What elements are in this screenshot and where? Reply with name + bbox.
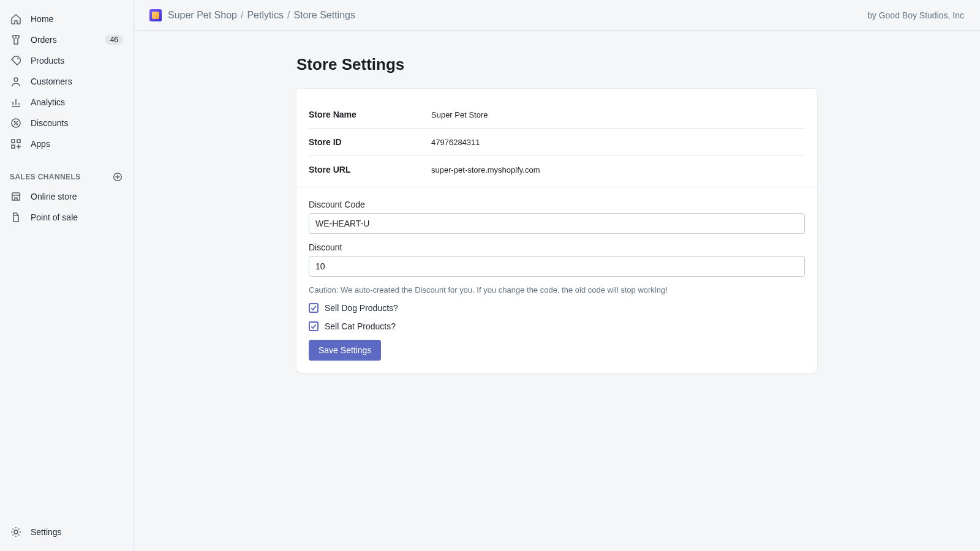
store-url-label: Store URL	[309, 165, 431, 174]
discount-amount-input[interactable]	[309, 256, 805, 277]
orders-icon	[10, 34, 22, 46]
sell-dog-label: Sell Dog Products?	[325, 303, 398, 313]
sidebar-item-discounts[interactable]: Discounts	[5, 113, 128, 133]
discount-code-group: Discount Code	[309, 200, 805, 234]
sell-cat-checkbox[interactable]	[309, 321, 318, 331]
sidebar-item-label: Home	[31, 14, 123, 24]
breadcrumb-page[interactable]: Store Settings	[293, 10, 355, 21]
store-id-row: Store ID 47976284311	[309, 129, 805, 156]
products-icon	[10, 54, 22, 67]
store-id-label: Store ID	[309, 137, 431, 147]
apps-icon	[10, 138, 22, 150]
sidebar-item-apps[interactable]: Apps	[5, 133, 128, 154]
discount-amount-group: Discount	[309, 242, 805, 277]
svg-point-4	[17, 124, 18, 125]
analytics-icon	[10, 96, 22, 108]
store-name-value: Super Pet Store	[431, 110, 488, 119]
store-url-row: Store URL super-pet-store.myshopify.com	[309, 156, 805, 183]
svg-point-3	[14, 121, 15, 122]
sidebar-item-analytics[interactable]: Analytics	[5, 92, 128, 113]
sidebar-item-pos[interactable]: Point of sale	[5, 207, 128, 228]
discounts-icon	[10, 117, 22, 129]
breadcrumb-app[interactable]: Petlytics	[247, 10, 284, 21]
online-store-icon	[10, 190, 22, 203]
svg-point-1	[14, 78, 18, 81]
sidebar-item-customers[interactable]: Customers	[5, 71, 128, 92]
main-area: Super Pet Shop / Petlytics / Store Setti…	[134, 0, 980, 551]
breadcrumb-sep: /	[241, 10, 243, 21]
sidebar-item-products[interactable]: Products	[5, 50, 128, 71]
sidebar-item-orders[interactable]: Orders 46	[5, 29, 128, 50]
topbar: Super Pet Shop / Petlytics / Store Setti…	[134, 0, 980, 31]
sidebar-item-online-store[interactable]: Online store	[5, 186, 128, 207]
svg-point-9	[14, 530, 18, 534]
sidebar-item-label: Online store	[31, 192, 123, 201]
save-settings-button[interactable]: Save Settings	[309, 340, 381, 361]
plus-circle-icon[interactable]	[112, 171, 123, 182]
discount-code-input[interactable]	[309, 213, 805, 234]
sidebar-item-label: Point of sale	[31, 212, 123, 222]
sidebar-item-label: Discounts	[31, 118, 123, 128]
discount-amount-label: Discount	[309, 242, 805, 252]
sales-channels-label: SALES CHANNELS	[10, 173, 81, 181]
store-name-label: Store Name	[309, 110, 431, 119]
sales-channels-header: SALES CHANNELS	[5, 165, 128, 186]
byline: by Good Boy Studios, Inc	[867, 10, 964, 20]
pos-icon	[10, 211, 22, 223]
sidebar-item-label: Apps	[31, 139, 123, 149]
sidebar-item-label: Customers	[31, 77, 123, 86]
sell-dog-row: Sell Dog Products?	[309, 303, 805, 313]
gear-icon	[10, 526, 22, 538]
svg-rect-5	[12, 140, 15, 143]
sidebar-item-label: Analytics	[31, 97, 123, 107]
breadcrumb: Super Pet Shop / Petlytics / Store Setti…	[168, 10, 355, 21]
settings-card: Store Name Super Pet Store Store ID 4797…	[296, 89, 817, 373]
home-icon	[10, 13, 22, 25]
svg-rect-6	[17, 140, 20, 143]
sidebar-item-settings[interactable]: Settings	[5, 522, 128, 542]
sidebar-item-label: Products	[31, 56, 123, 66]
caution-text: Caution: We auto-created the Discount fo…	[309, 285, 805, 294]
content: Store Settings Store Name Super Pet Stor…	[134, 31, 980, 397]
discount-form-section: Discount Code Discount Caution: We auto-…	[296, 187, 817, 373]
sidebar-item-label: Settings	[31, 527, 123, 537]
main-nav: Home Orders 46 Products Customers	[0, 9, 133, 154]
store-url-value: super-pet-store.myshopify.com	[431, 165, 540, 174]
svg-point-0	[17, 58, 18, 59]
sidebar-footer: Settings	[0, 522, 133, 551]
sell-cat-label: Sell Cat Products?	[325, 321, 396, 331]
page-title: Store Settings	[296, 55, 817, 74]
breadcrumb-store[interactable]: Super Pet Shop	[168, 10, 237, 21]
app-icon	[149, 9, 162, 21]
store-info-section: Store Name Super Pet Store Store ID 4797…	[296, 89, 817, 187]
store-id-value: 47976284311	[431, 138, 480, 147]
sell-cat-row: Sell Cat Products?	[309, 321, 805, 331]
orders-badge: 46	[105, 35, 123, 45]
sell-dog-checkbox[interactable]	[309, 303, 318, 313]
sidebar-item-home[interactable]: Home	[5, 9, 128, 29]
customers-icon	[10, 75, 22, 88]
sidebar-item-label: Orders	[31, 35, 105, 45]
svg-rect-7	[12, 145, 15, 148]
sidebar: Home Orders 46 Products Customers	[0, 0, 134, 551]
discount-code-label: Discount Code	[309, 200, 805, 209]
store-name-row: Store Name Super Pet Store	[309, 101, 805, 129]
breadcrumb-sep: /	[287, 10, 290, 21]
sales-channels-nav: Online store Point of sale	[0, 186, 133, 228]
